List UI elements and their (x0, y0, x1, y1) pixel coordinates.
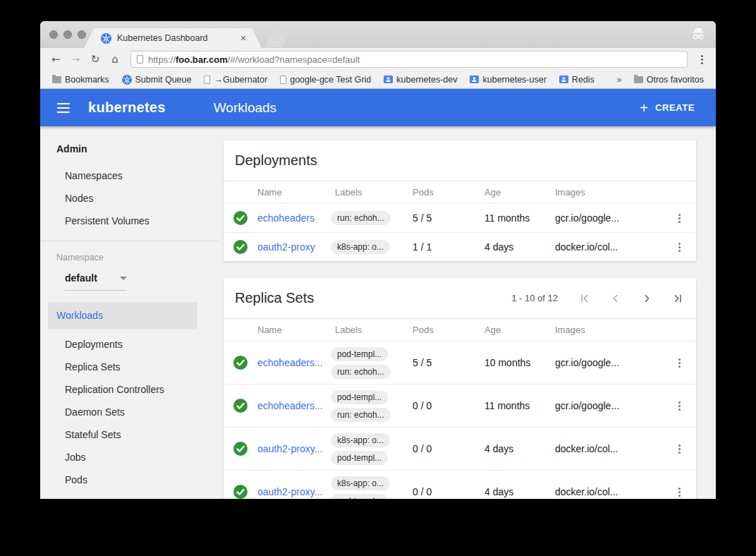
hamburger-menu-icon[interactable] (57, 103, 70, 113)
sidebar-item-pods[interactable]: Pods (40, 469, 219, 491)
deployment-link[interactable]: echoheaders (257, 212, 335, 224)
table-row: oauth2-proxy k8s-app: o... 1 / 1 4 days … (224, 232, 696, 261)
minimize-window-button[interactable] (63, 30, 72, 39)
bookmark-gubernator[interactable]: →Gubernator (200, 75, 271, 85)
create-button-label: CREATE (655, 102, 695, 113)
zoom-window-button[interactable] (78, 30, 86, 39)
new-tab-button[interactable] (264, 30, 290, 47)
deployments-card-title: Deployments (235, 152, 317, 169)
deployments-table-header: Name Labels Pods Age Images (224, 181, 696, 203)
page-icon (204, 75, 210, 84)
status-ok-icon (233, 240, 248, 254)
column-labels: Labels (335, 325, 413, 335)
kubernetes-icon (122, 75, 132, 85)
bookmark-otros-favoritos[interactable]: Otros favoritos (630, 75, 707, 85)
bookmark-bookmarks-folder[interactable]: Bookmarks (49, 75, 113, 85)
sidebar-item-replication-controllers[interactable]: Replication Controllers (40, 378, 219, 401)
bookmark-kubernetes-user[interactable]: kubernetes-user (466, 75, 549, 85)
url-text[interactable]: https://foo.bar.com/#/workload?namespace… (148, 54, 360, 65)
page-title: Workloads (214, 100, 276, 116)
bookmark-redis[interactable]: Redis (556, 75, 598, 85)
replica-set-link[interactable]: oauth2-proxy... (257, 443, 335, 454)
replica-set-link[interactable]: echoheaders... (257, 400, 335, 411)
pods-cell: 0 / 0 (413, 486, 484, 497)
home-icon[interactable]: ⌂ (106, 53, 123, 66)
column-age: Age (484, 187, 555, 198)
column-pods: Pods (413, 187, 484, 198)
sidebar-section-admin[interactable]: Admin (40, 126, 219, 155)
age-cell: 11 months (484, 400, 555, 411)
age-cell: 4 days (484, 443, 555, 454)
last-page-icon[interactable] (671, 291, 685, 306)
sidebar-item-nodes[interactable]: Nodes (40, 187, 219, 210)
column-pods: Pods (413, 325, 484, 335)
sidebar-item-namespaces[interactable]: Namespaces (40, 164, 219, 187)
pods-cell: 5 / 5 (413, 357, 484, 368)
table-row: oauth2-proxy... k8s-app: o... pod-templ.… (224, 427, 696, 470)
row-menu-icon[interactable] (662, 401, 696, 411)
namespace-select[interactable]: default (65, 272, 127, 291)
folder-icon (634, 76, 643, 83)
chevron-down-icon (120, 277, 127, 280)
label-chip: pod-templ... (331, 347, 388, 361)
replica-set-link[interactable]: echoheaders... (257, 357, 335, 368)
tab-close-icon[interactable]: × (240, 33, 246, 43)
row-menu-icon[interactable] (662, 214, 696, 223)
first-page-icon[interactable] (578, 291, 592, 306)
status-ok-icon (233, 485, 248, 499)
back-icon[interactable]: ← (47, 53, 64, 66)
deployment-link[interactable]: oauth2-proxy (257, 241, 335, 253)
sidebar-item-workloads[interactable]: Workloads (48, 302, 197, 329)
replica-set-link[interactable]: oauth2-proxy... (257, 486, 335, 497)
pagination-range: 1 - 10 of 12 (511, 293, 558, 303)
table-row: echoheaders run: echoh... 5 / 5 11 month… (224, 203, 696, 232)
page-security-icon[interactable] (137, 55, 143, 64)
sidebar-item-persistent-volumes[interactable]: Persistent Volumes (40, 210, 219, 232)
age-cell: 4 days (484, 486, 555, 497)
row-menu-icon[interactable] (662, 488, 696, 497)
age-cell: 11 months (484, 212, 555, 224)
bookmark-kubernetes-dev[interactable]: kubernetes-dev (380, 75, 461, 85)
create-button[interactable]: + CREATE (640, 101, 695, 115)
forward-icon[interactable]: → (67, 53, 84, 66)
sidebar-item-stateful-sets[interactable]: Stateful Sets (40, 423, 219, 446)
sidebar-item-replica-sets[interactable]: Replica Sets (40, 356, 219, 378)
label-chip: run: echoh... (331, 408, 391, 422)
plus-icon: + (640, 101, 648, 115)
row-menu-icon[interactable] (662, 243, 696, 252)
macos-traffic-lights[interactable] (49, 30, 86, 39)
browser-toolbar: ← → ↻ ⌂ https://foo.bar.com/#/workload?n… (40, 48, 716, 71)
browser-menu-icon[interactable] (695, 55, 709, 64)
next-page-icon[interactable] (640, 291, 654, 306)
groups-icon (470, 75, 479, 83)
previous-page-icon[interactable] (609, 291, 623, 306)
row-menu-icon[interactable] (662, 445, 696, 454)
pods-cell: 0 / 0 (413, 400, 484, 411)
bookmark-google-gce-test-grid[interactable]: google-gce Test Grid (276, 75, 374, 85)
url-protocol: https:// (148, 54, 176, 65)
label-chip: k8s-app: o... (331, 240, 390, 254)
label-chip: run: echoh... (331, 365, 391, 379)
row-menu-icon[interactable] (662, 358, 696, 368)
pagination: 1 - 10 of 12 (511, 291, 685, 306)
browser-titlebar: Kubernetes Dashboard × (40, 21, 716, 48)
browser-tab[interactable]: Kubernetes Dashboard × (84, 28, 262, 48)
sidebar-item-deployments[interactable]: Deployments (40, 333, 219, 356)
table-row: echoheaders... pod-templ... run: echoh..… (224, 341, 696, 384)
age-cell: 4 days (484, 241, 555, 253)
bookmarks-overflow-icon[interactable]: » (614, 74, 624, 85)
close-window-button[interactable] (49, 30, 58, 39)
replica-sets-card-title: Replica Sets (235, 290, 314, 306)
url-address-bar[interactable]: https://foo.bar.com/#/workload?namespace… (130, 51, 688, 68)
images-cell: gcr.io/google... (555, 212, 662, 224)
bookmark-submit-queue[interactable]: Submit Queue (118, 75, 195, 85)
replica-sets-table-header: Name Labels Pods Age Images (224, 318, 696, 341)
sidebar-item-jobs[interactable]: Jobs (40, 446, 219, 469)
sidebar-item-daemon-sets[interactable]: Daemon Sets (40, 401, 219, 423)
reload-icon[interactable]: ↻ (87, 53, 104, 66)
label-chip: pod-templ... (331, 494, 388, 500)
images-cell: docker.io/col... (555, 443, 662, 454)
images-cell: gcr.io/google... (555, 357, 662, 368)
url-path: /#/workload?namespace=default (228, 54, 360, 65)
bookmark-label: Submit Queue (135, 75, 192, 85)
